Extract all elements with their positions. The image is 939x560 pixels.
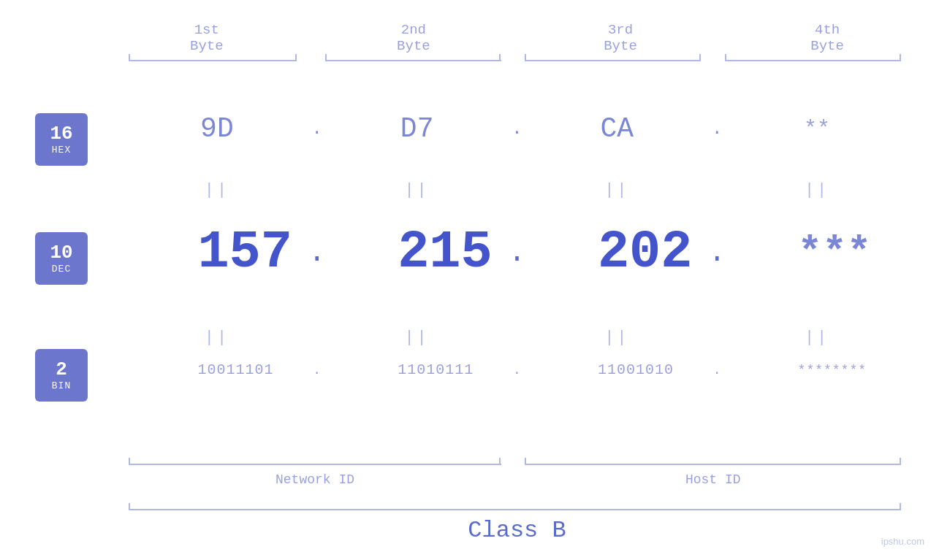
bracket-line-2 [325,60,501,61]
dec-dot-2: . [505,237,529,269]
tick-2l [325,54,327,61]
hex-dot-1: . [305,119,329,139]
tick-4l [725,54,726,61]
bin-val-2: 11010111 [329,361,505,378]
network-bracket-tick-l [129,458,130,465]
dec-val-4: *** [729,229,905,276]
bin-val-1: 10011101 [129,361,305,378]
tick-3l [525,54,526,61]
bin-val-3: 11001010 [529,361,705,378]
eq-row-1: || || || || [117,181,917,199]
col1-header: 1st Byte [118,22,294,54]
col2-header: 2nd Byte [325,22,501,54]
attribution: ipshu.com [881,536,924,547]
bin-dot-2: . [505,363,529,377]
hex-row: 9D . D7 . CA . ** [117,113,917,145]
hex-dot-2: . [505,119,529,139]
network-bracket-line [129,464,501,465]
class-label: Class B [117,517,917,544]
dec-val-1: 157 [129,223,305,283]
tick-3r [699,54,701,61]
hex-badge: 16 HEX [35,113,88,166]
host-bracket-tick-l [525,458,526,465]
hex-val-4: ** [729,117,905,142]
outer-bracket-tick-l [129,503,130,510]
dec-val-2: 215 [329,223,505,283]
bin-row: 10011101 . 11010111 . 11001010 . *******… [117,361,917,378]
page: 16 HEX 10 DEC 2 BIN 1st Byte 2nd Byte 3r… [0,0,939,560]
network-bracket-tick-r [499,458,501,465]
eq-row-2: || || || || [117,329,917,347]
host-id-label: Host ID [525,472,901,487]
outer-bracket-tick-r [900,503,901,510]
host-bracket-line [525,464,901,465]
dec-badge-number: 10 [50,242,72,264]
hex-val-3: CA [529,113,705,145]
bin-badge-number: 2 [56,359,67,380]
dec-badge: 10 DEC [35,232,88,285]
host-bracket-tick-r [900,458,901,465]
dec-dot-3: . [705,237,729,269]
bin-val-4: ******** [729,363,905,377]
dec-row: 157 . 215 . 202 . *** [117,223,917,283]
bracket-line-1 [129,60,297,61]
tick-1r [295,54,297,61]
bin-dot-3: . [705,363,729,377]
tick-1l [129,54,130,61]
dec-badge-label: DEC [52,264,71,275]
hex-val-1: 9D [129,113,305,145]
outer-bracket-line [129,509,901,510]
bin-badge: 2 BIN [35,349,88,402]
bracket-line-4 [725,60,901,61]
hex-val-2: D7 [329,113,505,145]
hex-badge-number: 16 [50,123,72,145]
bracket-line-3 [525,60,701,61]
columns-area: 1st Byte 2nd Byte 3rd Byte 4th Byte [117,0,917,560]
col4-header: 4th Byte [740,22,916,54]
dec-val-3: 202 [529,223,705,283]
dec-dot-1: . [305,237,329,269]
bin-dot-1: . [305,363,329,377]
bin-badge-label: BIN [52,380,71,391]
header-row: 1st Byte 2nd Byte 3rd Byte 4th Byte [117,22,917,54]
tick-4r [900,54,901,61]
tick-2r [499,54,501,61]
col3-header: 3rd Byte [533,22,709,54]
hex-badge-label: HEX [52,145,71,156]
network-id-label: Network ID [129,472,501,487]
hex-dot-3: . [705,119,729,139]
